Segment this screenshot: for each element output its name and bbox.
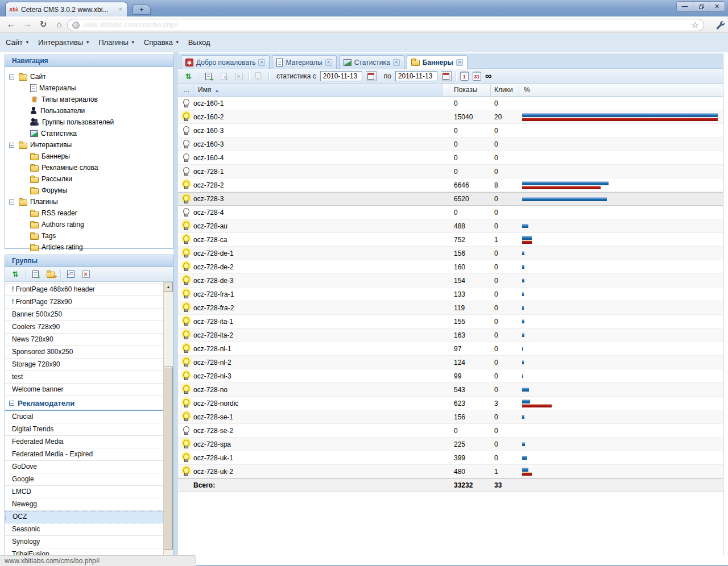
bulb-on-icon[interactable] xyxy=(182,235,189,244)
table-row[interactable]: ocz-728-uk-24801 xyxy=(178,465,723,478)
list-item-newegg[interactable]: Newegg xyxy=(5,498,163,511)
table-row[interactable]: ocz-160-21504020 xyxy=(178,110,723,124)
table-row[interactable]: ocz-160-100 xyxy=(178,97,723,110)
list-item-news-728x90[interactable]: News 728x90 xyxy=(5,334,163,346)
list-item-seasonic[interactable]: Seasonic xyxy=(5,523,163,536)
list-item-lmcd[interactable]: LMCD xyxy=(5,486,163,498)
bulb-off-icon[interactable] xyxy=(182,126,189,135)
forward-button[interactable]: → xyxy=(20,18,34,31)
menu-item-интерактивы[interactable]: Интерактивы▼ xyxy=(38,38,90,47)
minimize-button[interactable]: — xyxy=(677,2,693,11)
table-row[interactable]: ocz-728-ita-21630 xyxy=(178,328,723,342)
table-row[interactable]: ocz-728-de-21600 xyxy=(178,260,723,274)
browser-tab[interactable]: Xbit Cetera CMS 3.0.2 www.xbi... × xyxy=(5,2,128,16)
date-from-calendar-button[interactable] xyxy=(366,71,377,81)
table-row[interactable]: ocz-728-de-11560 xyxy=(178,247,723,260)
bulb-off-icon[interactable] xyxy=(182,140,189,148)
scrollbar-up-arrow[interactable]: ▲ xyxy=(164,282,173,292)
tree-item-articles-rating[interactable]: Articles rating xyxy=(5,242,173,253)
table-row[interactable]: ocz-728-au4880 xyxy=(178,219,723,233)
list-item-digital-trends[interactable]: Digital Trends xyxy=(5,423,163,436)
table-row[interactable]: ocz-728-fra-21190 xyxy=(178,301,723,315)
list-item-tribalfusion[interactable]: TribalFusion xyxy=(5,548,163,555)
bulb-on-icon[interactable] xyxy=(182,372,189,380)
tab-close-icon[interactable]: ✕ xyxy=(393,59,400,66)
table-row[interactable]: ocz-728-de-31540 xyxy=(178,274,723,288)
table-row[interactable]: ocz-728-uk-13990 xyxy=(178,451,723,465)
list-item-sponsored-300x250[interactable]: Sponsored 300x250 xyxy=(5,346,163,359)
table-row[interactable]: ocz-728-100 xyxy=(178,165,723,178)
table-row[interactable]: ocz-160-300 xyxy=(178,138,723,151)
add-item-button[interactable] xyxy=(30,269,41,280)
bulb-on-icon[interactable] xyxy=(182,222,189,230)
table-row[interactable]: ocz-728-nl-21240 xyxy=(178,356,723,369)
tree-item-форумы[interactable]: Форумы xyxy=(5,185,173,196)
date-to-calendar-button[interactable] xyxy=(441,71,452,81)
tree-item-материалы[interactable]: Материалы xyxy=(5,82,173,94)
new-tab-button[interactable]: + xyxy=(133,5,151,15)
scrollbar-thumb[interactable] xyxy=(164,367,173,550)
bulb-on-icon[interactable] xyxy=(182,399,189,407)
list-item-storage-728x90[interactable]: Storage 728x90 xyxy=(5,359,163,371)
list-item-test[interactable]: test xyxy=(5,371,163,384)
list-item-welcome-banner[interactable]: Welcome banner xyxy=(5,384,163,396)
bookmark-star-icon[interactable]: ☆ xyxy=(692,20,699,30)
period-month-button[interactable]: 31 xyxy=(473,72,481,81)
list-item-crucial[interactable]: Crucial xyxy=(5,411,163,423)
list-item-banner-500x250[interactable]: Banner 500x250 xyxy=(5,309,163,321)
tab-close-icon[interactable]: ✕ xyxy=(258,59,265,66)
tree-item-рассылки[interactable]: Рассылки xyxy=(5,173,173,185)
tree-item-интерактивы[interactable]: Интерактивы xyxy=(5,139,173,151)
table-row[interactable]: ocz-728-fra-11330 xyxy=(178,288,723,301)
table-row[interactable]: ocz-728-ca7521 xyxy=(178,233,723,247)
tree-item-сайт[interactable]: Сайт xyxy=(5,71,173,82)
bulb-on-icon[interactable] xyxy=(182,181,189,189)
bulb-off-icon[interactable] xyxy=(182,208,189,217)
list-item-ocz[interactable]: OCZ xyxy=(5,511,163,523)
tab-статистика[interactable]: Статистика✕ xyxy=(339,55,404,69)
column-header-clicks[interactable]: Клики xyxy=(491,84,519,96)
collapse-expander-icon[interactable] xyxy=(9,74,14,80)
bulb-off-icon[interactable] xyxy=(182,99,189,107)
address-bar[interactable]: www.xbitlabs.com/cms/bo.php# ☆ xyxy=(67,19,704,31)
table-row[interactable]: ocz-728-no5430 xyxy=(178,383,723,397)
bulb-on-icon[interactable] xyxy=(182,358,189,367)
reload-button[interactable]: ↻ xyxy=(36,18,50,31)
date-to-input[interactable] xyxy=(395,71,437,81)
bulb-on-icon[interactable] xyxy=(182,331,189,339)
tree-item-authors-rating[interactable]: Authors rating xyxy=(5,219,173,230)
list-item-frontpage-468x60-header[interactable]: ! FrontPage 468x60 header xyxy=(5,284,163,296)
bulb-on-icon[interactable] xyxy=(182,249,189,257)
menu-item-плагины[interactable]: Плагины▼ xyxy=(98,38,135,47)
table-row[interactable]: ocz-160-300 xyxy=(178,124,723,138)
tree-item-rss-reader[interactable]: RSS reader xyxy=(5,207,173,219)
groups-scrollbar[interactable]: ▲ xyxy=(163,282,173,555)
add-item-button[interactable] xyxy=(202,71,214,82)
refresh-button[interactable]: ⇅ xyxy=(10,269,21,280)
table-row[interactable]: ocz-728-nl-1970 xyxy=(178,342,723,356)
menu-item-сайт[interactable]: Сайт▼ xyxy=(6,38,30,47)
tree-item-tags[interactable]: Tags xyxy=(5,230,173,242)
list-item-synology[interactable]: Synology xyxy=(5,536,163,548)
table-row[interactable]: ocz-728-nl-3990 xyxy=(178,369,723,383)
collapse-expander-icon[interactable] xyxy=(9,199,14,205)
tree-item-рекламные-слова[interactable]: Рекламные слова xyxy=(5,162,173,173)
bulb-on-icon[interactable] xyxy=(182,113,189,121)
table-row[interactable]: ocz-728-se-200 xyxy=(178,424,723,438)
column-header-shows[interactable]: Показы xyxy=(442,84,491,96)
table-row[interactable]: ocz-160-400 xyxy=(178,151,723,165)
table-row[interactable]: ocz-728-spa2250 xyxy=(178,438,723,451)
tree-item-пользователи[interactable]: Пользователи xyxy=(5,105,173,116)
bulb-on-icon[interactable] xyxy=(182,413,189,421)
tree-item-баннеры[interactable]: Баннеры xyxy=(5,151,173,162)
tab-баннеры[interactable]: Баннеры✕ xyxy=(407,55,468,69)
period-all-time-button[interactable]: ∞ xyxy=(485,72,491,81)
back-button[interactable]: ← xyxy=(5,18,18,31)
tree-item-группы-пользователей[interactable]: Группы пользователей xyxy=(5,116,173,128)
list-item-federated-media[interactable]: Federated Media xyxy=(5,436,163,448)
bulb-on-icon[interactable] xyxy=(182,276,189,285)
list-item-coolers-728x90[interactable]: Coolers 728x90 xyxy=(5,321,163,334)
list-item-godove[interactable]: GoDove xyxy=(5,461,163,473)
menu-item-выход[interactable]: Выход xyxy=(188,38,210,47)
delete-list-button[interactable] xyxy=(80,269,92,280)
